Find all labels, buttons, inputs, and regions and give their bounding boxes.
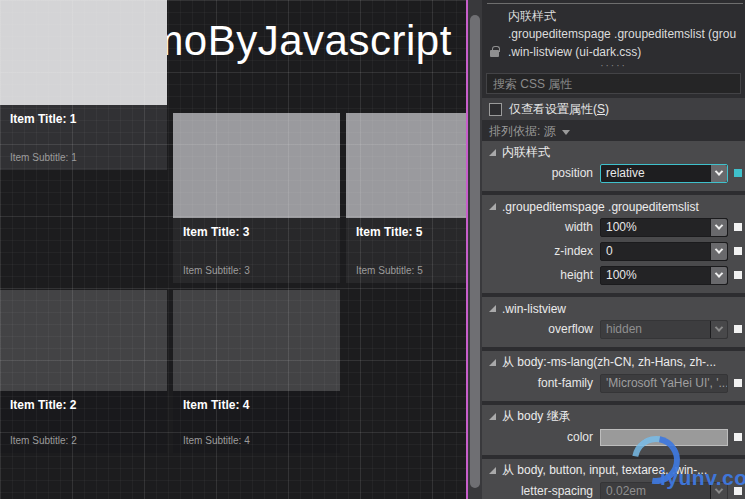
section-body-button-input: 从 body, button, input, textarea, .win-..… — [482, 459, 745, 499]
height-select[interactable]: 100% — [600, 266, 728, 285]
section-groupeditemslist: .groupeditemspage .groupeditemslist widt… — [482, 195, 745, 293]
chevron-down-icon[interactable] — [710, 483, 727, 499]
property-set-marker[interactable] — [734, 325, 742, 333]
section-header[interactable]: 从 body 继承 — [482, 408, 745, 425]
expander-icon[interactable] — [489, 305, 496, 312]
combo-value: 100% — [601, 268, 710, 282]
item-subtitle: Item Subtitle: 1 — [10, 152, 77, 163]
property-name: overflow — [482, 322, 595, 336]
style-source-label: .win-listview (ui-dark.css) — [508, 45, 641, 59]
position-select[interactable]: relative — [600, 164, 728, 183]
section-title: 从 body, button, input, textarea, .win-..… — [502, 462, 707, 479]
section-win-listview: .win-listview overflow hidden — [482, 297, 745, 347]
section-title: .win-listview — [502, 302, 566, 316]
search-input[interactable] — [486, 73, 741, 94]
combo-value: hidden — [601, 322, 710, 336]
property-set-marker[interactable] — [734, 379, 742, 387]
section-title: 从 body:-ms-lang(zh-CN, zh-Hans, zh-... — [502, 354, 716, 371]
item-label-band: Item Title: 5 Item Subtitle: 5 — [346, 218, 466, 283]
property-set-marker[interactable] — [734, 247, 742, 255]
property-row-overflow: overflow hidden — [482, 317, 745, 341]
section-title: .groupeditemspage .groupeditemslist — [502, 200, 699, 214]
section-title: 从 body 继承 — [502, 408, 571, 425]
scrollbar-thumb[interactable] — [470, 15, 480, 488]
item-subtitle: Item Subtitle: 4 — [183, 435, 250, 446]
letter-spacing-select[interactable]: 0.02em — [600, 482, 728, 499]
panel-divider — [487, 3, 743, 4]
grid-item-tile-4[interactable]: Item Title: 4 Item Subtitle: 4 — [173, 290, 340, 453]
property-row-color: color — [482, 425, 745, 449]
item-subtitle: Item Subtitle: 2 — [10, 435, 77, 446]
sort-by-label: 排列依据: 源 — [489, 123, 556, 140]
color-swatch[interactable] — [600, 429, 728, 446]
section-body-inherited: 从 body 继承 color — [482, 405, 745, 455]
item-label-band: Item Title: 4 Item Subtitle: 4 — [173, 391, 340, 453]
overflow-select[interactable]: hidden — [600, 320, 728, 339]
sort-by-dropdown[interactable]: 排列依据: 源 — [482, 123, 745, 139]
section-header[interactable]: 内联样式 — [482, 144, 745, 161]
property-set-marker[interactable] — [734, 487, 742, 495]
style-source-win-listview[interactable]: .win-listview (ui-dark.css) — [482, 43, 745, 61]
section-header[interactable]: .groupeditemspage .groupeditemslist — [482, 198, 745, 215]
item-title: Item Title: 3 — [183, 225, 330, 239]
section-inline-style: 内联样式 position relative — [482, 141, 745, 191]
only-set-label: 仅查看设置属性(S) — [509, 101, 609, 118]
splitter-handle[interactable]: ····· — [482, 60, 745, 71]
grid-item-tile-5[interactable]: Item Title: 5 Item Subtitle: 5 — [346, 113, 466, 283]
property-set-marker[interactable] — [734, 433, 742, 441]
property-sections: 内联样式 position relative .groupeditemspage… — [482, 141, 745, 499]
property-set-marker[interactable] — [734, 169, 742, 177]
expander-icon[interactable] — [489, 203, 496, 210]
property-name: height — [482, 268, 595, 282]
chevron-down-icon[interactable] — [710, 243, 727, 260]
vertical-scrollbar[interactable] — [468, 0, 482, 499]
grid-item-tile-3[interactable]: Item Title: 3 Item Subtitle: 3 — [173, 113, 340, 283]
property-name: color — [482, 430, 595, 444]
property-set-marker[interactable] — [734, 223, 742, 231]
expander-icon[interactable] — [489, 467, 496, 474]
property-row-height: height 100% — [482, 263, 745, 287]
style-source-groupeditemslist[interactable]: .groupeditemspage .groupeditemslist (gro… — [482, 25, 745, 43]
app-preview-surface[interactable]: Win8DemoByJavascript Group Title: 1 › It… — [0, 0, 466, 499]
item-label-band: Item Title: 2 Item Subtitle: 2 — [0, 391, 167, 453]
style-source-inline[interactable]: 内联样式 — [482, 7, 745, 25]
expander-icon[interactable] — [489, 149, 496, 156]
section-header[interactable]: .win-listview — [482, 300, 745, 317]
only-set-properties-toggle[interactable]: 仅查看设置属性(S) — [482, 98, 745, 120]
item-title: Item Title: 5 — [356, 225, 466, 239]
grid-item-tile-1[interactable]: Item Title: 1 Item Subtitle: 1 — [0, 0, 167, 170]
chevron-down-icon[interactable] — [710, 321, 727, 338]
chevron-down-icon[interactable] — [710, 267, 727, 284]
expander-icon[interactable] — [489, 413, 496, 420]
property-row-font-family: font-family 'Microsoft YaHei UI', '... — [482, 371, 745, 395]
combo-value: 0.02em — [601, 484, 710, 498]
item-title: Item Title: 2 — [10, 398, 157, 412]
font-family-value[interactable]: 'Microsoft YaHei UI', '... — [600, 374, 728, 393]
expander-icon[interactable] — [489, 359, 496, 366]
checkbox-icon[interactable] — [489, 103, 502, 116]
property-name: position — [482, 166, 595, 180]
property-name: letter-spacing — [482, 484, 595, 498]
style-source-label: 内联样式 — [508, 8, 556, 25]
item-subtitle: Item Subtitle: 3 — [183, 265, 250, 276]
item-label-band: Item Title: 3 Item Subtitle: 3 — [173, 218, 340, 283]
section-header[interactable]: 从 body:-ms-lang(zh-CN, zh-Hans, zh-... — [482, 354, 745, 371]
width-select[interactable]: 100% — [600, 218, 728, 237]
chevron-down-icon[interactable] — [710, 219, 727, 236]
text-value: 'Microsoft YaHei UI', '... — [606, 376, 728, 390]
section-header[interactable]: 从 body, button, input, textarea, .win-..… — [482, 462, 745, 479]
item-title: Item Title: 4 — [183, 398, 330, 412]
property-row-position: position relative — [482, 161, 745, 185]
property-row-width: width 100% — [482, 215, 745, 239]
chevron-down-icon — [562, 130, 570, 135]
combo-value: 100% — [601, 220, 710, 234]
property-set-marker[interactable] — [734, 271, 742, 279]
property-name: width — [482, 220, 595, 234]
chevron-down-icon[interactable] — [710, 165, 727, 182]
grid-item-tile-2[interactable]: Item Title: 2 Item Subtitle: 2 — [0, 290, 167, 453]
item-label-band: Item Title: 1 Item Subtitle: 1 — [0, 105, 167, 170]
combo-value: 0 — [601, 244, 710, 258]
property-name: font-family — [482, 376, 595, 390]
z-index-select[interactable]: 0 — [600, 242, 728, 261]
item-subtitle: Item Subtitle: 5 — [356, 265, 423, 276]
